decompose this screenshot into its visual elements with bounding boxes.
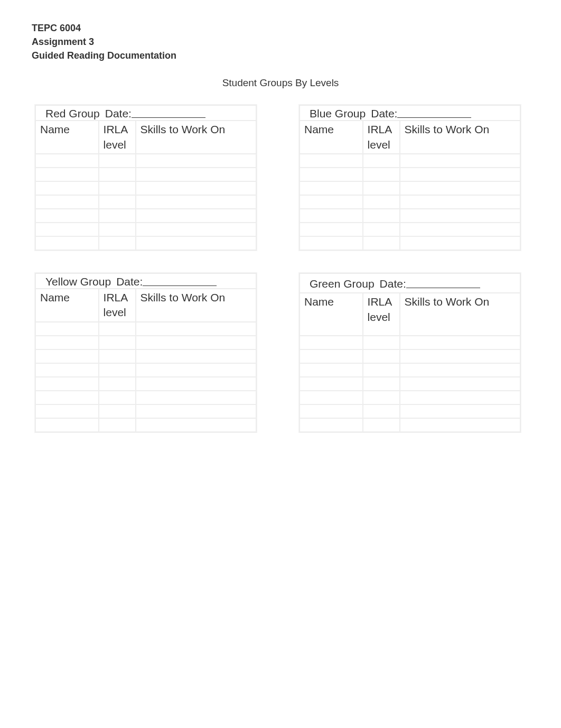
- empty-cell[interactable]: [35, 391, 99, 404]
- empty-cell[interactable]: [136, 363, 257, 377]
- empty-cell[interactable]: [400, 168, 521, 181]
- empty-cell[interactable]: [99, 418, 136, 432]
- empty-cell[interactable]: [136, 236, 257, 250]
- empty-cell[interactable]: [35, 154, 99, 168]
- header-assignment: Assignment 3: [32, 35, 529, 49]
- empty-cell[interactable]: [99, 236, 136, 250]
- date-input-line[interactable]: [143, 285, 217, 286]
- table-row: [35, 322, 256, 336]
- empty-cell[interactable]: [400, 377, 521, 391]
- empty-cell[interactable]: [300, 363, 363, 377]
- empty-cell[interactable]: [99, 363, 136, 377]
- empty-cell[interactable]: [136, 336, 257, 349]
- empty-cell[interactable]: [99, 322, 136, 336]
- empty-cell[interactable]: [300, 377, 363, 391]
- empty-cell[interactable]: [300, 223, 363, 236]
- empty-cell[interactable]: [300, 418, 363, 432]
- empty-cell[interactable]: [136, 168, 257, 181]
- empty-cell[interactable]: [99, 154, 136, 168]
- empty-cell[interactable]: [35, 377, 99, 391]
- empty-cell[interactable]: [99, 181, 136, 195]
- empty-cell[interactable]: [400, 209, 521, 223]
- empty-cell[interactable]: [363, 349, 400, 363]
- empty-cell[interactable]: [35, 322, 99, 336]
- date-input-line[interactable]: [132, 117, 205, 118]
- empty-cell[interactable]: [300, 154, 363, 168]
- empty-cell[interactable]: [35, 363, 99, 377]
- col-header-irla: IRLA level: [363, 121, 400, 154]
- empty-cell[interactable]: [35, 209, 99, 223]
- empty-cell[interactable]: [300, 195, 363, 209]
- empty-cell[interactable]: [300, 391, 363, 404]
- empty-cell[interactable]: [400, 336, 521, 349]
- table-row: [300, 223, 520, 236]
- empty-cell[interactable]: [35, 195, 99, 209]
- empty-cell[interactable]: [99, 404, 136, 418]
- empty-cell[interactable]: [300, 209, 363, 223]
- empty-cell[interactable]: [300, 336, 363, 349]
- empty-cell[interactable]: [363, 236, 400, 250]
- empty-cell[interactable]: [363, 336, 400, 349]
- empty-cell[interactable]: [99, 377, 136, 391]
- empty-cell[interactable]: [300, 349, 363, 363]
- empty-cell[interactable]: [99, 195, 136, 209]
- table-row: [35, 181, 256, 195]
- empty-cell[interactable]: [99, 168, 136, 181]
- empty-cell[interactable]: [400, 154, 521, 168]
- empty-cell[interactable]: [363, 391, 400, 404]
- empty-cell[interactable]: [99, 391, 136, 404]
- empty-cell[interactable]: [400, 236, 521, 250]
- date-input-line[interactable]: [397, 117, 471, 118]
- empty-cell[interactable]: [136, 377, 257, 391]
- empty-cell[interactable]: [35, 418, 99, 432]
- empty-cell[interactable]: [300, 168, 363, 181]
- empty-cell[interactable]: [136, 349, 257, 363]
- empty-cell[interactable]: [35, 336, 99, 349]
- empty-cell[interactable]: [400, 223, 521, 236]
- empty-cell[interactable]: [363, 363, 400, 377]
- empty-cell[interactable]: [136, 195, 257, 209]
- empty-cell[interactable]: [136, 181, 257, 195]
- empty-cell[interactable]: [300, 181, 363, 195]
- empty-cell[interactable]: [99, 336, 136, 349]
- empty-cell[interactable]: [136, 209, 257, 223]
- empty-cell[interactable]: [363, 181, 400, 195]
- empty-cell[interactable]: [400, 404, 521, 418]
- empty-cell[interactable]: [35, 223, 99, 236]
- empty-cell[interactable]: [400, 349, 521, 363]
- empty-cell[interactable]: [35, 181, 99, 195]
- empty-cell[interactable]: [363, 209, 400, 223]
- empty-cell[interactable]: [136, 418, 257, 432]
- empty-cell[interactable]: [363, 404, 400, 418]
- table-row: [300, 195, 520, 209]
- empty-cell[interactable]: [363, 195, 400, 209]
- empty-cell[interactable]: [363, 377, 400, 391]
- table-row: [300, 209, 520, 223]
- empty-cell[interactable]: [35, 404, 99, 418]
- empty-cell[interactable]: [99, 209, 136, 223]
- empty-cell[interactable]: [300, 404, 363, 418]
- empty-cell[interactable]: [35, 168, 99, 181]
- group-title-row: Green GroupDate:: [300, 273, 520, 293]
- empty-cell[interactable]: [136, 404, 257, 418]
- empty-cell[interactable]: [400, 363, 521, 377]
- empty-cell[interactable]: [35, 236, 99, 250]
- empty-cell[interactable]: [400, 181, 521, 195]
- empty-cell[interactable]: [400, 418, 521, 432]
- group-table-yellow-group: Yellow GroupDate:NameIRLA levelSkills to…: [35, 273, 257, 432]
- empty-cell[interactable]: [136, 391, 257, 404]
- empty-cell[interactable]: [400, 195, 521, 209]
- empty-cell[interactable]: [363, 168, 400, 181]
- date-input-line[interactable]: [406, 288, 480, 288]
- empty-cell[interactable]: [35, 349, 99, 363]
- empty-cell[interactable]: [400, 391, 521, 404]
- empty-cell[interactable]: [136, 322, 257, 336]
- empty-cell[interactable]: [363, 154, 400, 168]
- empty-cell[interactable]: [136, 154, 257, 168]
- empty-cell[interactable]: [363, 418, 400, 432]
- empty-cell[interactable]: [136, 223, 257, 236]
- empty-cell[interactable]: [99, 349, 136, 363]
- empty-cell[interactable]: [99, 223, 136, 236]
- empty-cell[interactable]: [363, 223, 400, 236]
- empty-cell[interactable]: [300, 236, 363, 250]
